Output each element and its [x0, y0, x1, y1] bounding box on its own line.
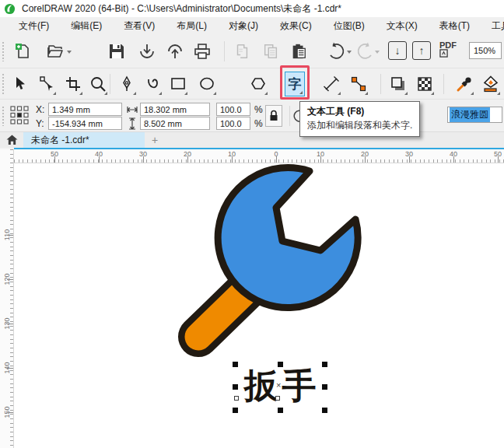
selection-handle[interactable] — [322, 408, 327, 413]
publish-pdf-button[interactable]: PDF — [439, 41, 457, 58]
save-button[interactable] — [107, 41, 127, 61]
lock-ratio-button[interactable] — [265, 105, 282, 127]
document-tab-bar: 未命名 -1.cdr* + — [0, 132, 504, 148]
crop-tool[interactable] — [62, 72, 84, 96]
selection-handle[interactable] — [233, 384, 238, 390]
property-bar: X: 1.349 mm Y: -154.934 mm 18.302 mm 8.5… — [0, 100, 504, 132]
polygon-tool[interactable] — [247, 72, 269, 96]
flyout-arrow — [104, 92, 107, 95]
flyout-arrow — [299, 91, 303, 94]
propbar-gripper[interactable] — [2, 106, 5, 126]
selection-handle[interactable] — [233, 362, 238, 367]
wrench-head — [218, 168, 358, 308]
object-width-field[interactable]: 18.302 mm — [140, 103, 210, 116]
menu-object[interactable]: 对象(J) — [218, 17, 269, 35]
menu-edit[interactable]: 编辑(E) — [60, 17, 113, 35]
menu-bar: 文件(F) 编辑(E) 查看(V) 布局(L) 对象(J) 效果(C) 位图(B… — [0, 17, 504, 35]
rectangle-tool[interactable] — [167, 72, 189, 96]
coreldraw-logo-icon — [4, 3, 16, 15]
export-doc-button[interactable]: ↑ — [412, 41, 431, 60]
flyout-arrow — [497, 92, 500, 95]
menu-table[interactable]: 表格(T) — [429, 17, 481, 35]
document-tab-label: 未命名 -1.cdr* — [31, 134, 89, 147]
x-position-field[interactable]: 1.349 mm — [48, 103, 122, 116]
y-position-field[interactable]: -154.934 mm — [48, 117, 122, 130]
font-name-selected: 浪漫雅圆 — [450, 107, 490, 122]
font-list-box[interactable]: 浪漫雅圆 — [447, 107, 502, 123]
flyout-arrow — [365, 92, 368, 95]
dimension-tool[interactable] — [320, 72, 342, 96]
redo-dropdown-caret — [375, 51, 380, 54]
fill-tool[interactable] — [480, 72, 502, 96]
text-tool[interactable]: 字 — [285, 72, 305, 96]
curve-tool[interactable] — [142, 72, 163, 96]
selection-handle[interactable] — [233, 408, 238, 413]
selection-handle[interactable] — [278, 408, 283, 413]
welcome-home-button[interactable] — [0, 132, 23, 148]
zoom-level-select[interactable]: 150% — [469, 42, 502, 59]
menu-text[interactable]: 文本(X) — [376, 17, 429, 35]
ellipse-tool[interactable] — [196, 72, 218, 96]
document-tab-active[interactable]: 未命名 -1.cdr* — [23, 132, 145, 148]
paste-button[interactable] — [289, 41, 309, 61]
open-button[interactable] — [45, 41, 65, 61]
undo-dropdown-caret[interactable] — [347, 51, 352, 54]
standard-toolbar: ↓ ↑ PDF 150% — [0, 35, 504, 68]
scale-vertical-field[interactable]: 100.0 — [216, 117, 250, 130]
pick-tool[interactable] — [9, 72, 31, 96]
copy-button-disabled — [261, 41, 281, 61]
selection-handle[interactable] — [322, 362, 327, 367]
crop-tool-icon — [65, 75, 82, 93]
polygon-tool-icon — [250, 75, 267, 93]
new-document-button[interactable] — [12, 41, 33, 61]
open-dropdown-caret[interactable] — [67, 51, 72, 54]
eyedropper-tool-icon — [456, 75, 473, 93]
object-position-widget[interactable] — [9, 105, 30, 125]
object-height-field[interactable]: 8.502 mm — [140, 117, 210, 130]
menu-layout[interactable]: 布局(L) — [166, 17, 218, 35]
flyout-arrow — [53, 92, 56, 95]
transparency-tool[interactable] — [414, 72, 436, 96]
import-button[interactable] — [137, 41, 157, 61]
connector-tool[interactable] — [348, 72, 369, 96]
flyout-arrow — [264, 92, 268, 95]
undo-button[interactable] — [327, 41, 347, 61]
toolbar-gripper[interactable] — [2, 41, 5, 61]
artistic-text-object[interactable]: 扳手 — [241, 364, 323, 408]
y-position-value: -154.934 mm — [52, 119, 103, 128]
open-folder-icon — [46, 42, 65, 61]
toolbox: 字 — [0, 68, 504, 100]
menu-bitmaps[interactable]: 位图(B) — [323, 17, 376, 35]
selection-handle[interactable] — [278, 362, 283, 367]
flyout-arrow — [338, 92, 341, 95]
text-node-marker[interactable] — [234, 396, 239, 401]
selection-center-marker[interactable]: × — [276, 380, 281, 390]
wrench-drawing[interactable] — [156, 159, 366, 369]
text-node-marker[interactable] — [275, 396, 280, 401]
shadow-tool[interactable] — [387, 72, 409, 96]
new-document-icon — [13, 42, 32, 61]
eyedropper-tool[interactable] — [453, 72, 475, 96]
selection-handle[interactable] — [322, 384, 327, 390]
scale-horizontal-field[interactable]: 100.0 — [216, 103, 250, 116]
transparency-tool-icon — [416, 75, 433, 93]
shape-tool[interactable] — [36, 72, 58, 96]
y-label: Y: — [36, 118, 44, 129]
vertical-ruler: 110 120 130 140 150 160 — [0, 149, 14, 448]
zoom-tool[interactable] — [87, 72, 109, 96]
fill-tool-icon — [482, 75, 499, 93]
x-label: X: — [36, 104, 44, 115]
menu-view[interactable]: 查看(V) — [113, 17, 166, 35]
export-button[interactable] — [165, 41, 185, 61]
redo-icon — [355, 41, 375, 61]
scale-vertical-value: 100.0 — [220, 119, 242, 128]
import-doc-button[interactable]: ↓ — [388, 41, 407, 60]
menu-effects[interactable]: 效果(C) — [269, 17, 323, 35]
menu-file[interactable]: 文件(F) — [8, 17, 60, 35]
pen-tool[interactable] — [116, 72, 138, 96]
toolbox-gripper[interactable] — [2, 73, 5, 95]
new-tab-button[interactable]: + — [145, 132, 165, 148]
menu-tools[interactable]: 工具(O) — [481, 17, 504, 35]
window-title: CorelDRAW 2020 (64-Bit) - C:\Users\Admin… — [22, 2, 341, 16]
print-button[interactable] — [192, 41, 212, 61]
